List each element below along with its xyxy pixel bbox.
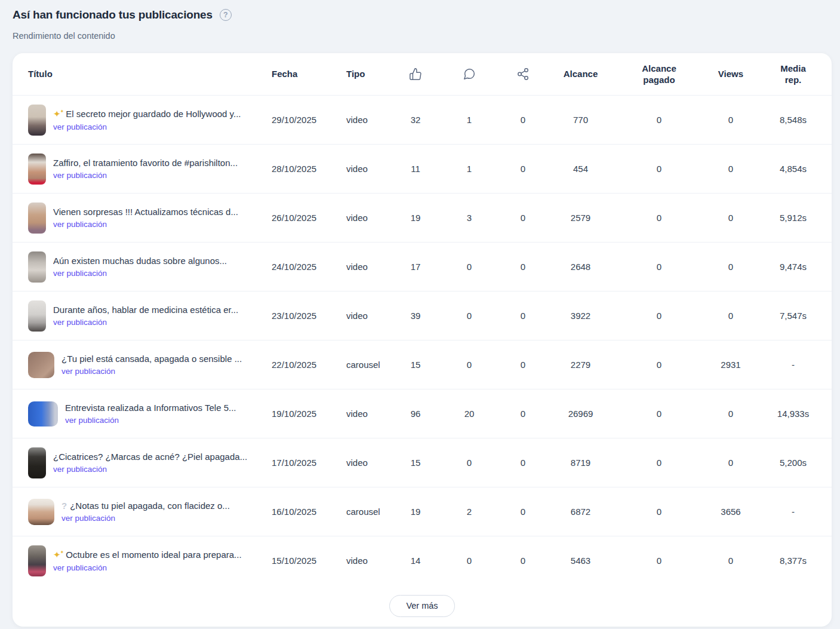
post-likes-count: 14 (389, 556, 442, 566)
post-avg-watch: - (755, 360, 832, 370)
post-title-stack: Entrevista realizada a Informativos Tele… (65, 403, 236, 425)
post-title-cell: ¿Cicatrices? ¿Marcas de acné? ¿Piel apag… (28, 447, 272, 478)
post-comments-count: 0 (442, 458, 496, 468)
post-type: video (346, 409, 389, 419)
post-reach: 8719 (550, 458, 611, 468)
post-title: ?¿Notas tu piel apagada, con flacidez o.… (61, 501, 230, 511)
post-reach: 454 (550, 164, 611, 174)
post-title-cell: ?¿Notas tu piel apagada, con flacidez o.… (28, 499, 272, 525)
post-likes-count: 11 (389, 164, 442, 174)
post-reach: 2648 (550, 262, 611, 272)
post-views: 0 (707, 556, 755, 566)
post-title: ¿Tu piel está cansada, apagada o sensibl… (61, 354, 242, 364)
view-post-link[interactable]: ver publicación (53, 171, 107, 180)
post-reach: 3922 (550, 311, 611, 321)
post-thumbnail[interactable] (28, 105, 46, 136)
post-comments-count: 0 (442, 556, 496, 566)
post-comments-count: 1 (442, 115, 496, 125)
post-type: video (346, 115, 389, 125)
post-paid-reach: 0 (611, 409, 707, 419)
post-views: 0 (707, 409, 755, 419)
post-likes-count: 17 (389, 262, 442, 272)
post-reach: 2579 (550, 213, 611, 223)
post-likes-count: 15 (389, 360, 442, 370)
view-post-link[interactable]: ver publicación (53, 318, 107, 327)
post-paid-reach: 0 (611, 311, 707, 321)
post-date: 22/10/2025 (272, 360, 346, 370)
post-title-cell: ✦El secreto mejor guardado de Hollywood … (28, 105, 272, 136)
post-shares-count: 0 (496, 115, 550, 125)
post-likes-count: 96 (389, 409, 442, 419)
post-thumbnail[interactable] (28, 352, 54, 378)
post-thumbnail[interactable] (28, 202, 46, 234)
post-title-stack: ¿Tu piel está cansada, apagada o sensibl… (61, 354, 242, 376)
post-thumbnail[interactable] (28, 499, 54, 525)
publications-table-card: Título Fecha Tipo Alcance Alcance pa (13, 53, 832, 627)
view-post-link[interactable]: ver publicación (61, 514, 115, 523)
like-icon (409, 67, 422, 81)
share-icon (516, 67, 530, 81)
post-thumbnail[interactable] (28, 401, 58, 427)
post-date: 23/10/2025 (272, 311, 346, 321)
ver-mas-button[interactable]: Ver más (389, 595, 454, 617)
post-title-stack: Zaffiro, el tratamiento favorito de #par… (53, 158, 238, 180)
post-shares-count: 0 (496, 213, 550, 223)
post-paid-reach: 0 (611, 507, 707, 517)
post-comments-count: 0 (442, 360, 496, 370)
post-title: Durante años, hablar de medicina estétic… (53, 305, 238, 315)
table-body: ✦El secreto mejor guardado de Hollywood … (13, 95, 832, 585)
post-paid-reach: 0 (611, 458, 707, 468)
help-icon[interactable]: ? (220, 9, 232, 21)
post-paid-reach: 0 (611, 164, 707, 174)
view-post-link[interactable]: ver publicación (53, 465, 107, 474)
post-shares-count: 0 (496, 409, 550, 419)
post-shares-count: 0 (496, 556, 550, 566)
table-header-row: Título Fecha Tipo Alcance Alcance pa (13, 53, 832, 95)
column-header-tipo: Tipo (346, 68, 389, 80)
post-avg-watch: 7,547s (755, 311, 832, 321)
post-paid-reach: 0 (611, 115, 707, 125)
post-title: Entrevista realizada a Informativos Tele… (65, 403, 236, 413)
post-title-stack: ✦El secreto mejor guardado de Hollywood … (53, 109, 241, 131)
post-title: Aún existen muchas dudas sobre algunos..… (53, 256, 227, 266)
post-date: 29/10/2025 (272, 115, 346, 125)
post-date: 19/10/2025 (272, 409, 346, 419)
post-likes-count: 19 (389, 507, 442, 517)
post-thumbnail[interactable] (28, 447, 46, 478)
post-title-stack: Aún existen muchas dudas sobre algunos..… (53, 256, 227, 278)
post-title: Vienen sorpresas !!! Actualizamos técnic… (53, 207, 238, 217)
post-thumbnail[interactable] (28, 251, 46, 283)
view-post-link[interactable]: ver publicación (53, 563, 107, 572)
post-thumbnail[interactable] (28, 300, 46, 332)
table-row: ?¿Notas tu piel apagada, con flacidez o.… (13, 487, 832, 536)
post-views: 0 (707, 213, 755, 223)
view-post-link[interactable]: ver publicación (53, 269, 107, 278)
table-row: Entrevista realizada a Informativos Tele… (13, 389, 832, 438)
column-header-fecha: Fecha (272, 68, 346, 80)
table-row: ¿Tu piel está cansada, apagada o sensibl… (13, 340, 832, 389)
table-row: ✦Octubre es el momento ideal para prepar… (13, 536, 832, 585)
post-views: 0 (707, 311, 755, 321)
post-date: 28/10/2025 (272, 164, 346, 174)
table-row: ✦El secreto mejor guardado de Hollywood … (13, 95, 832, 144)
post-title: Zaffiro, el tratamiento favorito de #par… (53, 158, 238, 168)
post-date: 26/10/2025 (272, 213, 346, 223)
post-avg-watch: 5,912s (755, 213, 832, 223)
post-avg-watch: 5,200s (755, 458, 832, 468)
page-header: Así han funcionado tus publicaciones ? (13, 8, 832, 22)
view-post-link[interactable]: ver publicación (53, 220, 107, 229)
post-thumbnail[interactable] (28, 545, 46, 576)
post-reach: 26969 (550, 409, 611, 419)
post-likes-count: 15 (389, 458, 442, 468)
title-emoji-icon: ✦ (53, 109, 64, 119)
post-title: ✦Octubre es el momento ideal para prepar… (53, 550, 242, 560)
page-subtitle: Rendimiento del contenido (13, 31, 832, 41)
view-post-link[interactable]: ver publicación (65, 416, 119, 425)
post-avg-watch: 9,474s (755, 262, 832, 272)
view-post-link[interactable]: ver publicación (61, 367, 115, 376)
post-date: 16/10/2025 (272, 507, 346, 517)
view-post-link[interactable]: ver publicación (53, 122, 107, 131)
post-likes-count: 39 (389, 311, 442, 321)
post-title-stack: ✦Octubre es el momento ideal para prepar… (53, 550, 242, 572)
post-thumbnail[interactable] (28, 154, 46, 185)
